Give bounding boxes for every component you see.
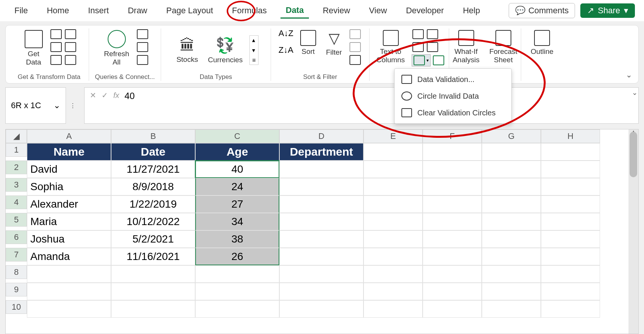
from-text-icon[interactable] (50, 29, 62, 39)
cell-D6[interactable] (279, 230, 364, 248)
cell-E10[interactable] (364, 300, 423, 318)
forecast-sheet-button[interactable]: Forecast Sheet (486, 28, 520, 66)
cell-F7[interactable] (423, 248, 482, 265)
cell-D2[interactable] (279, 161, 364, 178)
col-H[interactable]: H (541, 129, 600, 143)
cell-B7[interactable]: 11/16/2021 (111, 248, 195, 265)
cell-G3[interactable] (482, 178, 541, 195)
reapply-icon[interactable] (349, 42, 361, 52)
gallery-down-icon[interactable]: ▾ (250, 46, 258, 55)
cell-D5[interactable] (279, 213, 364, 230)
cell-G5[interactable] (482, 213, 541, 230)
cell-D3[interactable] (279, 178, 364, 195)
fx-icon[interactable]: fx (113, 91, 119, 100)
row-3[interactable]: 3 (6, 178, 27, 192)
tab-help[interactable]: Help (458, 3, 485, 18)
cell-A7[interactable]: Amanda (27, 248, 111, 265)
cell-E3[interactable] (364, 178, 423, 195)
cell-H5[interactable] (541, 213, 600, 230)
cell-E7[interactable] (364, 248, 423, 265)
cell-B1[interactable]: Date (111, 143, 195, 161)
relationships-icon[interactable] (427, 42, 438, 52)
advanced-filter-icon[interactable] (349, 55, 361, 65)
cell-B5[interactable]: 10/12/2022 (111, 213, 195, 230)
cell-F6[interactable] (423, 230, 482, 248)
row-6[interactable]: 6 (6, 230, 27, 244)
cell-D1[interactable]: Department (279, 143, 364, 161)
cell-F9[interactable] (423, 283, 482, 300)
sort-button[interactable]: Sort (297, 28, 319, 57)
cell-B3[interactable]: 8/9/2018 (111, 178, 195, 195)
collapse-ribbon-icon[interactable]: ⌄ (626, 70, 632, 79)
cell-A8[interactable] (27, 265, 111, 283)
cell-G4[interactable] (482, 195, 541, 213)
cell-D4[interactable] (279, 195, 364, 213)
cell-G1[interactable] (482, 143, 541, 161)
cell-B6[interactable]: 5/2/2021 (111, 230, 195, 248)
cell-F1[interactable] (423, 143, 482, 161)
tab-draw[interactable]: Draw (122, 3, 152, 18)
from-picture-icon[interactable] (65, 55, 76, 65)
cell-F8[interactable] (423, 265, 482, 283)
cell-C5[interactable]: 34 (195, 213, 279, 230)
row-2[interactable]: 2 (6, 161, 27, 174)
cell-H4[interactable] (541, 195, 600, 213)
cell-B4[interactable]: 1/22/2019 (111, 195, 195, 213)
cell-H3[interactable] (541, 178, 600, 195)
row-8[interactable]: 8 (6, 265, 27, 279)
row-5[interactable]: 5 (6, 213, 27, 227)
comments-button[interactable]: 💬 Comments (509, 3, 575, 18)
share-button[interactable]: ↗ Share ▾ (580, 3, 635, 18)
cell-F2[interactable] (423, 161, 482, 178)
cell-A9[interactable] (27, 283, 111, 300)
remove-duplicates-icon[interactable] (427, 29, 438, 39)
cell-F10[interactable] (423, 300, 482, 318)
cell-G9[interactable] (482, 283, 541, 300)
cell-E5[interactable] (364, 213, 423, 230)
recent-sources-icon[interactable] (65, 42, 76, 52)
tab-home[interactable]: Home (41, 3, 74, 18)
cell-C7[interactable]: 26 (195, 248, 279, 265)
gallery-more-icon[interactable]: ≡ (250, 56, 258, 65)
tab-formulas[interactable]: Formulas (227, 3, 272, 18)
tab-insert[interactable]: Insert (83, 3, 114, 18)
cell-C1[interactable]: Age (195, 143, 279, 161)
filter-button[interactable]: ▽ Filter (323, 28, 345, 58)
text-to-columns-button[interactable]: Text to Columns (373, 28, 408, 66)
cell-G10[interactable] (482, 300, 541, 318)
outline-button[interactable]: Outline (528, 28, 556, 57)
cell-D8[interactable] (279, 265, 364, 283)
currencies-button[interactable]: 💱 Currencies (205, 35, 246, 66)
cell-B8[interactable] (111, 265, 195, 283)
row-7[interactable]: 7 (6, 248, 27, 262)
cell-C3[interactable]: 24 (195, 178, 279, 195)
col-A[interactable]: A (27, 129, 111, 143)
tab-file[interactable]: File (9, 3, 33, 18)
cell-H8[interactable] (541, 265, 600, 283)
row-9[interactable]: 9 (6, 283, 27, 296)
cell-G2[interactable] (482, 161, 541, 178)
cell-F3[interactable] (423, 178, 482, 195)
sort-asc-icon[interactable]: A↓Z (279, 28, 293, 38)
clear-filter-icon[interactable] (349, 29, 361, 39)
select-all-corner[interactable]: ◢ (6, 129, 27, 143)
cell-A5[interactable]: Maria (27, 213, 111, 230)
cell-H10[interactable] (541, 300, 600, 318)
scrollbar-thumb[interactable] (630, 132, 637, 177)
get-data-button[interactable]: Get Data (22, 28, 46, 68)
cell-E6[interactable] (364, 230, 423, 248)
sort-desc-icon[interactable]: Z↓A (279, 45, 293, 55)
cell-F4[interactable] (423, 195, 482, 213)
cell-A4[interactable]: Alexander (27, 195, 111, 213)
stocks-button[interactable]: 🏛 Stocks (173, 35, 201, 65)
cell-D9[interactable] (279, 283, 364, 300)
col-B[interactable]: B (111, 129, 195, 143)
cell-A2[interactable]: David (27, 161, 111, 178)
cell-E8[interactable] (364, 265, 423, 283)
gallery-up-icon[interactable]: ▴ (250, 36, 258, 44)
col-C[interactable]: C (195, 129, 279, 143)
cell-E2[interactable] (364, 161, 423, 178)
col-F[interactable]: F (423, 129, 482, 143)
cell-D10[interactable] (279, 300, 364, 318)
expand-formula-icon[interactable]: ⌄ (630, 87, 639, 98)
